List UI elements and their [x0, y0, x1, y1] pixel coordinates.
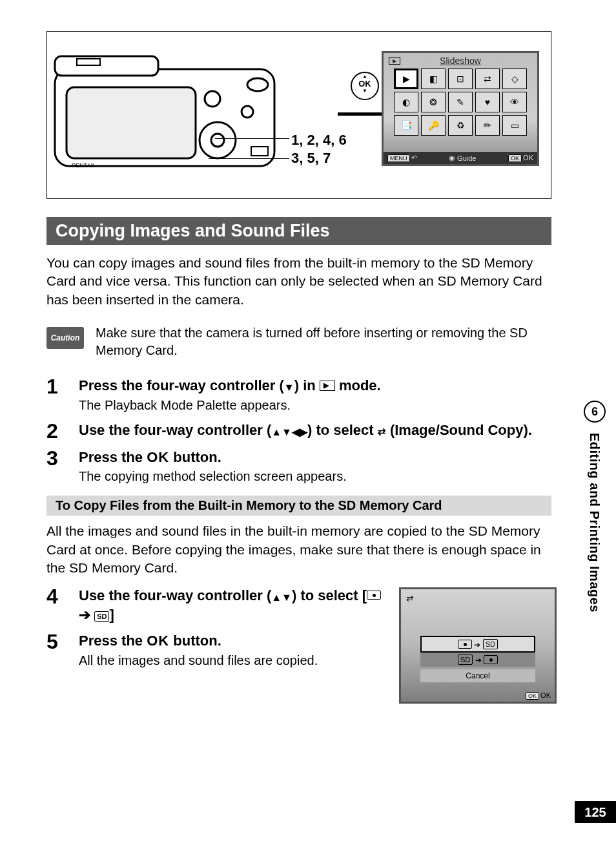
lcd-footer: MENU↶ ◉Guide OKOK [384, 152, 537, 164]
step-4: 4 Use the four-way controller (▲▼) to se… [46, 585, 393, 624]
palette-icon: ❂ [421, 92, 446, 112]
chapter-number: 6 [584, 401, 606, 423]
figure-step-labels: 1, 2, 4, 6 3, 5, 7 [291, 131, 347, 167]
steps-list-2: 4 Use the four-way controller (▲▼) to se… [46, 585, 393, 669]
palette-icon: 🔑 [421, 115, 446, 136]
caution-text: Make sure that the camera is turned off … [96, 324, 551, 359]
step-number: 4 [46, 585, 66, 624]
chapter-title: Editing and Printing Images [587, 433, 602, 613]
step-desc: The Playback Mode Palette appears. [79, 397, 557, 414]
lcd-icon-grid: ▶ ◧ ⊡ ⇄ ◇ ◐ ❂ ✎ ♥ 👁 📑 🔑 ♻ ✏ ▭ [384, 67, 537, 137]
copy-option-to-internal: SD ➔ [420, 653, 535, 667]
palette-icon: ▭ [502, 115, 527, 136]
figure-label-1: 1, 2, 4, 6 [291, 131, 347, 149]
up-down-icon: ▲▼ [271, 592, 292, 603]
palette-icon: ◐ [394, 92, 418, 112]
palette-icon: ♥ [475, 92, 500, 112]
lcd-title-text: Slideshow [440, 56, 481, 66]
page-number: 125 [575, 801, 616, 823]
internal-memory-icon [367, 591, 381, 600]
svg-point-6 [211, 134, 224, 147]
ok-button-diagram: OK [351, 72, 379, 100]
down-triangle-icon: ▼ [284, 382, 294, 393]
step-number: 1 [46, 375, 66, 414]
ok-word: OK [147, 633, 169, 649]
step-title: Use the four-way controller (▲▼) to sele… [79, 586, 393, 624]
steps-list: 1 Press the four-way controller (▼) in m… [46, 375, 557, 485]
palette-icon: 👁 [502, 92, 527, 112]
step-title: Press the OK button. [79, 631, 393, 651]
sd-icon: SD [94, 611, 109, 622]
lcd2-ok-bar: OKOK [526, 691, 551, 699]
ok-label: OK [352, 79, 378, 89]
lcd-palette-screenshot: ▶ Slideshow ▶ ◧ ⊡ ⇄ ◇ ◐ ❂ ✎ ♥ 👁 📑 🔑 ♻ ✏ … [382, 51, 539, 166]
ok-badge: OK [508, 154, 522, 162]
caution-badge: Caution [46, 327, 84, 349]
palette-icon: ♻ [448, 115, 473, 136]
svg-point-8 [241, 106, 253, 118]
playback-mode-icon [320, 381, 335, 391]
four-way-icon: ▲▼◀▶ [271, 426, 307, 437]
step-desc: All the images and sound files are copie… [79, 652, 393, 669]
palette-icon: ⇄ [475, 68, 500, 89]
palette-icon: ◧ [421, 68, 446, 89]
section-intro: You can copy images and sound files from… [46, 254, 551, 309]
palette-icon: ▶ [394, 68, 418, 89]
subsection-intro: All the images and sound files in the bu… [46, 522, 551, 577]
side-tab: 6 Editing and Printing Images 125 [572, 0, 616, 849]
section-heading: Copying Images and Sound Files [46, 217, 551, 245]
playback-icon: ▶ [389, 57, 400, 65]
step-3: 3 Press the OK button. The copying metho… [46, 446, 557, 486]
svg-rect-9 [251, 147, 268, 156]
step-title: Press the four-way controller (▼) in mod… [79, 376, 557, 395]
camera-illustration: PENTAX [54, 50, 280, 185]
leader-line-2 [209, 158, 289, 159]
menu-badge: MENU [387, 154, 410, 162]
copy-option-to-sd: ➔ SD [420, 636, 535, 653]
palette-icon: ◇ [502, 68, 527, 89]
step-number: 5 [46, 630, 66, 669]
palette-icon: ✎ [448, 92, 473, 112]
step-2: 2 Use the four-way controller (▲▼◀▶) to … [46, 419, 557, 441]
step-title: Press the OK button. [79, 448, 557, 467]
step-desc: The copying method selection screen appe… [79, 468, 557, 485]
caution-row: Caution Make sure that the camera is tur… [46, 324, 551, 359]
step-number: 2 [46, 419, 66, 441]
svg-rect-3 [67, 87, 196, 158]
step-title: Use the four-way controller (▲▼◀▶) to se… [79, 421, 557, 440]
cancel-option: Cancel [420, 669, 535, 682]
palette-icon: ⊡ [448, 68, 473, 89]
step-5: 5 Press the OK button. All the images an… [46, 630, 393, 669]
step-1: 1 Press the four-way controller (▼) in m… [46, 375, 557, 414]
svg-rect-1 [55, 56, 158, 76]
palette-icon: ✏ [475, 115, 500, 136]
lcd-title: ▶ Slideshow [384, 53, 537, 67]
ok-text: OK [523, 154, 533, 162]
camera-brand-text: PENTAX [72, 162, 94, 169]
ok-word: OK [147, 449, 169, 465]
leader-line-1 [215, 138, 289, 139]
copy-icon: ⇄ [378, 426, 386, 437]
lcd-copy-screenshot: ⇄ ➔ SD SD ➔ Cancel OKOK [399, 587, 557, 704]
palette-icon: 📑 [394, 115, 418, 136]
subsection-bar: To Copy Files from the Built-in Memory t… [46, 496, 551, 516]
figure-box: PENTAX OK 1, 2, 4, 6 3, 5, 7 ▶ Slideshow… [46, 31, 551, 199]
svg-point-7 [205, 91, 220, 107]
guide-label: Guide [457, 154, 476, 162]
copy-icon: ⇄ [406, 593, 414, 603]
step-number: 3 [46, 446, 66, 486]
svg-point-4 [247, 78, 268, 91]
figure-label-2: 3, 5, 7 [291, 149, 347, 167]
